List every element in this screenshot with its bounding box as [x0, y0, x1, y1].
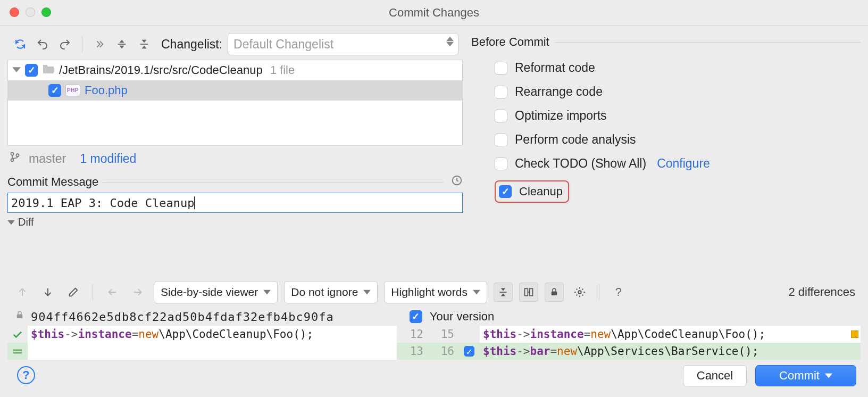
- gear-icon[interactable]: [570, 283, 589, 302]
- tree-folder-row[interactable]: /JetBrains/2019.1/src/src/CodeCleanup 1 …: [8, 60, 462, 80]
- window-close-icon[interactable]: [10, 7, 19, 17]
- diff-ignore-dropdown[interactable]: Do not ignore: [284, 281, 378, 303]
- warning-marker-icon[interactable]: [849, 326, 861, 343]
- svg-marker-18: [501, 288, 505, 291]
- tree-file-row[interactable]: PHP Foo.php: [8, 80, 462, 101]
- svg-rect-17: [499, 292, 506, 293]
- changelist-selected: Default Changelist: [233, 37, 333, 52]
- apply-chunk-checkbox[interactable]: [464, 346, 474, 357]
- checkbox-icon[interactable]: [495, 110, 507, 122]
- commit-button[interactable]: Commit: [755, 365, 856, 386]
- sync-scroll-icon[interactable]: [519, 283, 538, 302]
- changes-toolbar: Changelist: Default Changelist: [7, 30, 463, 60]
- lock-icon: [15, 310, 24, 324]
- line-number: 13: [397, 343, 428, 360]
- branch-name[interactable]: master: [29, 152, 66, 166]
- collapse-all-icon[interactable]: [136, 36, 153, 53]
- svg-marker-6: [446, 37, 454, 41]
- cleanup-option[interactable]: Cleanup: [495, 180, 569, 203]
- arrow-down-icon[interactable]: [38, 283, 57, 302]
- collapse-unchanged-icon[interactable]: [494, 283, 513, 302]
- edit-icon[interactable]: [64, 283, 83, 302]
- svg-rect-22: [552, 292, 557, 296]
- history-icon[interactable]: [451, 175, 463, 189]
- stepper-icon: [446, 36, 454, 47]
- window-zoom-icon[interactable]: [41, 7, 51, 17]
- svg-marker-5: [141, 46, 146, 49]
- help-icon[interactable]: ?: [609, 283, 628, 302]
- checkbox-icon[interactable]: [495, 86, 507, 98]
- svg-point-11: [16, 154, 19, 156]
- expand-all-icon[interactable]: [113, 36, 130, 53]
- nav-forward-icon[interactable]: [128, 283, 147, 302]
- checkbox-icon[interactable]: [495, 158, 507, 170]
- svg-marker-15: [363, 290, 371, 294]
- your-version-checkbox[interactable]: [410, 310, 422, 323]
- rearrange-code-option[interactable]: Rearrange code: [495, 85, 861, 99]
- left-revision-hash: 904ff4662e5db8cf22ad50b4fdaf32efb4bc90fa: [31, 310, 334, 324]
- check-todo-option[interactable]: Check TODO (Show All)Configure: [495, 156, 861, 171]
- diff-viewer-mode-dropdown[interactable]: Side-by-side viewer: [154, 281, 278, 303]
- changelist-dropdown[interactable]: Default Changelist: [228, 33, 458, 55]
- commit-message-title: Commit Message: [7, 175, 98, 189]
- svg-point-9: [11, 153, 14, 155]
- chevron-down-icon[interactable]: [7, 216, 15, 228]
- diff-side-by-side[interactable]: $this->instance = new \App\CodeCleanup\F…: [7, 326, 861, 360]
- line-number: 16: [428, 343, 458, 360]
- right-revision-title: Your version: [430, 310, 494, 324]
- changes-tree[interactable]: /JetBrains/2019.1/src/src/CodeCleanup 1 …: [7, 60, 463, 146]
- diff-count: 2 differences: [788, 285, 855, 299]
- line-number: 15: [428, 326, 458, 343]
- folder-meta: 1 file: [270, 63, 295, 77]
- file-name: Foo.php: [85, 84, 128, 97]
- before-commit-title: Before Commit: [471, 35, 549, 49]
- nav-back-icon[interactable]: [103, 283, 122, 302]
- svg-marker-19: [501, 294, 505, 296]
- commit-message-text: 2019.1 EAP 3: Code Cleanup: [11, 196, 194, 210]
- chevrons-right-icon[interactable]: [91, 36, 108, 53]
- branch-bar: master 1 modified: [7, 146, 463, 173]
- commit-message-input[interactable]: 2019.1 EAP 3: Code Cleanup: [7, 193, 463, 213]
- help-icon[interactable]: ?: [17, 366, 35, 384]
- checkbox-icon[interactable]: [495, 134, 507, 146]
- diff-toolbar: Side-by-side viewer Do not ignore Highli…: [7, 279, 861, 305]
- file-checkbox[interactable]: [48, 84, 61, 97]
- cancel-button[interactable]: Cancel: [683, 365, 747, 386]
- refresh-icon[interactable]: [12, 36, 29, 53]
- svg-marker-8: [12, 67, 21, 72]
- checkbox-icon[interactable]: [499, 185, 512, 198]
- titlebar: Commit Changes: [0, 0, 868, 26]
- optimize-imports-option[interactable]: Optimize imports: [495, 109, 861, 123]
- arrow-up-icon[interactable]: [13, 283, 32, 302]
- changelist-label: Changelist:: [161, 37, 222, 52]
- branch-icon: [10, 151, 20, 166]
- diff-highlight-dropdown[interactable]: Highlight words: [384, 281, 487, 303]
- undo-icon[interactable]: [34, 36, 51, 53]
- configure-link[interactable]: Configure: [657, 156, 710, 171]
- svg-marker-2: [119, 46, 124, 49]
- svg-marker-14: [263, 290, 271, 294]
- svg-marker-1: [119, 40, 124, 43]
- code-analysis-option[interactable]: Perform code analysis: [495, 133, 861, 147]
- modified-link[interactable]: 1 modified: [80, 152, 136, 166]
- diff-section-title: Diff: [18, 216, 34, 228]
- folder-checkbox[interactable]: [25, 64, 38, 77]
- window-minimize-icon: [26, 7, 35, 17]
- folder-icon: [42, 63, 55, 77]
- php-file-icon: PHP: [65, 85, 80, 96]
- svg-rect-24: [17, 315, 23, 319]
- chevron-down-icon[interactable]: [12, 63, 21, 77]
- svg-marker-27: [825, 374, 832, 378]
- svg-point-10: [11, 159, 14, 161]
- window-title: Commit Changes: [389, 6, 479, 20]
- line-number: 12: [397, 326, 428, 343]
- svg-marker-13: [7, 220, 15, 225]
- svg-marker-7: [446, 42, 454, 46]
- folder-path: /JetBrains/2019.1/src/src/CodeCleanup: [59, 63, 263, 77]
- svg-rect-21: [530, 288, 533, 295]
- redo-icon[interactable]: [56, 36, 73, 53]
- checkbox-icon[interactable]: [495, 62, 507, 75]
- reformat-code-option[interactable]: Reformat code: [495, 61, 861, 75]
- lock-icon[interactable]: [545, 283, 564, 302]
- svg-rect-20: [524, 288, 528, 295]
